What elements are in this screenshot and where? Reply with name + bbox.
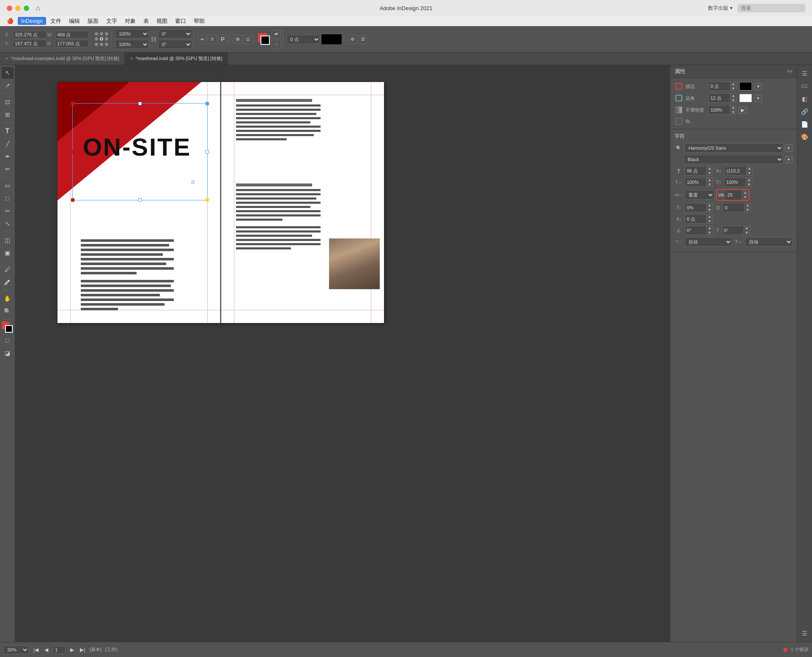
scissors-tool[interactable]: ✂ [2, 205, 14, 217]
vscale-input[interactable]: ▲ ▼ [724, 178, 752, 187]
hscale-up[interactable]: ▲ [707, 178, 713, 182]
zeropt-down[interactable]: ▼ [707, 219, 713, 224]
menu-layout[interactable]: 版面 [84, 16, 102, 26]
menu-window[interactable]: 窗口 [172, 16, 189, 26]
ref-point-tr[interactable] [105, 32, 108, 36]
angle1-input[interactable]: ▲ ▼ [685, 226, 713, 235]
gradient-swatch-tool[interactable]: ▣ [2, 247, 14, 259]
corner-down-btn[interactable]: ▼ [730, 98, 736, 103]
text-tool[interactable]: T [2, 125, 14, 137]
fontsize-down[interactable]: ▼ [707, 171, 713, 175]
corner-color-swatch[interactable] [739, 94, 752, 102]
opacity-down-btn[interactable]: ▼ [730, 110, 736, 115]
minimize-button[interactable] [15, 5, 21, 11]
pt-select[interactable]: 0 点 [286, 35, 320, 44]
tab-masthead-examples[interactable]: ✕ *masthead-examples.indd @ 30% [GPU 预览]… [0, 52, 125, 65]
opacity-up-btn[interactable]: ▲ [730, 105, 736, 110]
fontsize-up[interactable]: ▲ [707, 166, 713, 171]
page-tool[interactable]: ⊡ [2, 96, 14, 108]
menu-file[interactable]: 文件 [47, 16, 65, 26]
font-size-field[interactable] [685, 167, 706, 174]
stroke-up-btn[interactable]: ▲ [730, 82, 736, 86]
cc-icon[interactable]: CC [800, 81, 810, 91]
color-icon[interactable]: 🎨 [800, 132, 810, 142]
leading-down[interactable]: ▼ [746, 171, 752, 175]
auto1-select[interactable]: 自动 [685, 237, 732, 246]
opacity-more-btn[interactable]: ▶ [738, 107, 747, 114]
ref-point-tc[interactable] [100, 32, 103, 36]
leading-up[interactable]: ▲ [746, 166, 752, 171]
font-name-dropdown[interactable]: ▾ [785, 145, 793, 152]
ref-point-br[interactable] [105, 43, 108, 46]
canvas-area[interactable]: o ON-SITE [15, 65, 670, 642]
corner-value-input[interactable]: ▲ ▼ [708, 93, 737, 103]
menu-table[interactable]: 表 [140, 16, 152, 26]
nav-first-btn[interactable]: |◀ [32, 647, 40, 653]
gradient-tool[interactable]: ◫ [2, 234, 14, 246]
search-input[interactable] [738, 4, 805, 12]
hscale-down[interactable]: ▼ [707, 182, 713, 187]
angle2-field[interactable] [722, 227, 743, 234]
baseline-up[interactable]: ▲ [707, 203, 713, 208]
nav-prev-btn[interactable]: ◀ [43, 647, 49, 653]
font-size-input[interactable]: ▲ ▼ [685, 166, 713, 175]
zeropt-input[interactable]: ▲ ▼ [685, 214, 713, 224]
onsite-text[interactable]: ON-SITE [83, 133, 191, 161]
ref-point-center[interactable] [100, 37, 103, 41]
menu-view[interactable]: 视图 [153, 16, 171, 26]
normal-mode-btn[interactable]: □ [2, 334, 14, 346]
panel-menu-icon[interactable]: ☰ [800, 628, 810, 638]
pencil-tool[interactable]: ✏ [2, 163, 14, 175]
stroke-box[interactable] [5, 325, 13, 333]
angle2-up[interactable]: ▲ [744, 226, 750, 230]
tracking-input[interactable]: ▲ ▼ [726, 190, 748, 200]
font-name-select[interactable]: HarmonyOS Sans [685, 143, 783, 153]
menu-text[interactable]: 文字 [103, 16, 121, 26]
angle1-field[interactable] [685, 227, 706, 234]
tracking-down[interactable]: ▼ [742, 195, 748, 200]
angle2-select[interactable]: 0° [158, 40, 192, 49]
scale-h-select[interactable]: 100% [115, 29, 149, 38]
tracking-field[interactable] [726, 192, 742, 198]
angle2-input[interactable]: ▲ ▼ [722, 226, 750, 235]
menu-edit[interactable]: 编辑 [66, 16, 83, 26]
corner-up-btn[interactable]: ▲ [730, 93, 736, 98]
opacity-input[interactable] [709, 107, 730, 113]
w-input[interactable] [55, 31, 89, 38]
angle1-select[interactable]: 0° [158, 29, 192, 38]
kerning-field[interactable] [723, 204, 744, 211]
stroke-down-btn[interactable]: ▼ [730, 86, 736, 91]
apple-menu[interactable]: 🍎 [3, 17, 17, 25]
vscale-down[interactable]: ▼ [746, 182, 752, 187]
maximize-button[interactable] [24, 5, 29, 11]
stroke-value-input[interactable]: ▲ ▼ [708, 82, 737, 91]
layers-icon[interactable]: ◧ [800, 94, 810, 104]
flip-h-button[interactable]: ⇔ [198, 35, 207, 44]
menu-icon[interactable]: ☰ [358, 35, 368, 44]
menu-indesign[interactable]: InDesign [18, 17, 46, 25]
free-transform-tool[interactable]: ⤡ [2, 218, 14, 230]
leading-input[interactable]: ▲ ▼ [724, 166, 753, 175]
tracking-select[interactable]: 量度 [685, 190, 714, 200]
gap-tool[interactable]: ⊞ [2, 109, 14, 120]
eyedropper-tool[interactable]: 💉 [2, 276, 14, 288]
stroke-color-swatch[interactable] [739, 82, 752, 90]
baseline-field[interactable] [685, 204, 706, 211]
tab-close-icon[interactable]: ✕ [5, 56, 8, 61]
tab-masthead[interactable]: ✕ *masthead.indd @ 30% [GPU 预览] [转换] [125, 52, 228, 65]
angle1-up[interactable]: ▲ [707, 226, 713, 230]
ref-point-mr[interactable] [105, 37, 108, 41]
line-tool[interactable]: ╱ [2, 138, 14, 150]
stroke-color[interactable] [261, 36, 270, 45]
kerning-down[interactable]: ▼ [745, 208, 751, 212]
note-tool[interactable]: 🖊 [2, 263, 14, 275]
nav-last-btn[interactable]: ▶| [79, 647, 86, 653]
opacity-value-input[interactable]: ▲ ▼ [708, 105, 736, 115]
scale-v-select[interactable]: 100% [115, 40, 149, 49]
corner-input[interactable] [709, 95, 730, 101]
baseline-input[interactable]: ▲ ▼ [685, 203, 713, 212]
hand-tool[interactable]: ✋ [2, 293, 14, 304]
kerning-input[interactable]: ▲ ▼ [723, 203, 751, 212]
corner-options-btn[interactable]: ▾ [754, 95, 762, 102]
properties-icon[interactable]: ☰ [800, 68, 810, 79]
